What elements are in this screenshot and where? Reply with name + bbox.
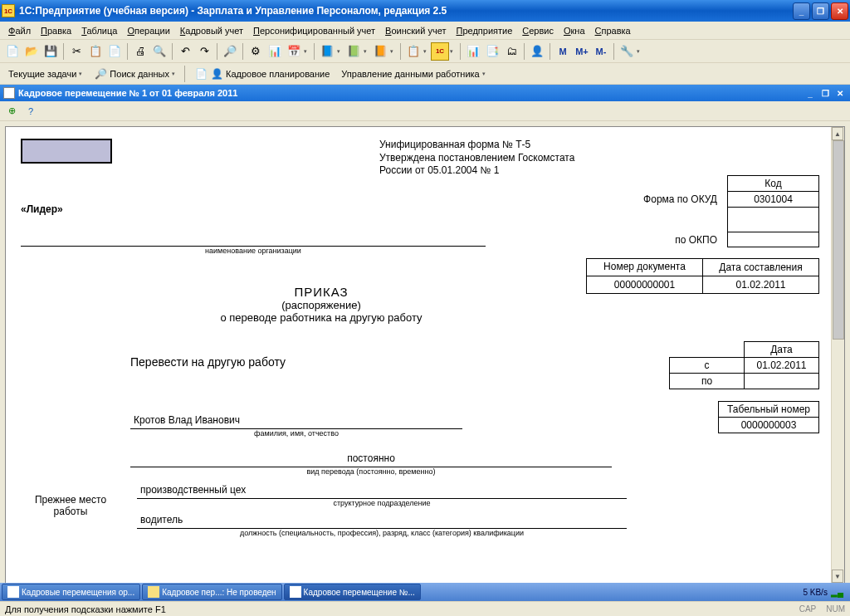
window-titlebar: 1C 1С:Предприятие (учебная версия) - Зар… — [0, 0, 850, 22]
tool10-button[interactable]: 📑 — [483, 42, 501, 61]
menu-service[interactable]: Сервис — [517, 24, 559, 37]
menu-help[interactable]: Справка — [590, 24, 636, 37]
search-data-button[interactable]: 🔎 Поиск данных ▾ — [89, 66, 180, 82]
tool2-button[interactable]: 📊 — [266, 42, 284, 61]
vertical-scrollbar[interactable]: ▲ ▼ — [831, 127, 844, 583]
preview-button[interactable]: 🔍 — [150, 42, 169, 61]
worker-data-label: Управление данными работника — [341, 69, 479, 79]
scroll-up-button[interactable]: ▲ — [832, 127, 843, 140]
save-button[interactable]: 💾 — [42, 42, 60, 61]
okud-value: 0301004 — [728, 192, 819, 208]
tool6-button[interactable]: 📙 — [371, 42, 389, 61]
document-icon — [290, 586, 301, 598]
document-area: Унифицированная форма № Т-5 Утверждена п… — [0, 121, 850, 589]
worker-data-button[interactable]: Управление данными работника ▾ — [336, 67, 490, 81]
current-tasks-button[interactable]: Текущие задачи ▾ — [3, 67, 87, 81]
secondary-toolbar: Текущие задачи ▾ 🔎 Поиск данных ▾ 📄 👤 Ка… — [0, 63, 850, 85]
separator — [460, 43, 461, 60]
menu-operations[interactable]: Операции — [122, 24, 174, 37]
date-header: Дата — [745, 342, 819, 358]
separator — [524, 43, 525, 60]
print-button[interactable]: 🖨 — [131, 42, 149, 61]
org-name: «Лидер» — [21, 203, 486, 215]
separator — [550, 43, 550, 60]
app-icon: 1C — [2, 4, 15, 17]
dropdown-icon[interactable]: ▾ — [450, 48, 457, 55]
separator — [63, 43, 64, 60]
mplus-button[interactable]: M+ — [573, 42, 591, 61]
paste-button[interactable]: 📄 — [105, 42, 124, 61]
hr-planning-button[interactable]: 📄 👤 Кадровое планирование — [189, 66, 335, 82]
mminus-button[interactable]: M- — [592, 42, 610, 61]
unit-value: производственный цех — [137, 484, 627, 499]
document-title: Кадровое перемещение № 1 от 01 февраля 2… — [18, 88, 802, 98]
doc-help-button[interactable]: ? — [22, 103, 39, 120]
cut-button[interactable]: ✂ — [67, 42, 85, 61]
dropdown-icon[interactable]: ▾ — [637, 48, 643, 55]
network-speed: 5 KB/s ▂▄ — [798, 588, 848, 597]
dropdown-icon[interactable]: ▾ — [304, 48, 310, 55]
separator — [172, 43, 173, 60]
about-label: о переводе работника на другую работу — [172, 311, 471, 324]
tool8-button[interactable]: 1C — [431, 42, 449, 61]
open-button[interactable]: 📂 — [22, 42, 41, 61]
document-toolbar: ⊕ ? — [0, 101, 850, 121]
position-sublabel: должность (специальность, профессия), ра… — [137, 529, 627, 537]
copy-button[interactable]: 📋 — [86, 42, 105, 61]
task-item-2[interactable]: Кадровое пер...: Не проведен — [142, 584, 281, 600]
form-info-line1: Унифицированная форма № Т-5 — [379, 139, 574, 152]
undo-button[interactable]: ↶ — [176, 42, 194, 61]
minimize-button[interactable]: _ — [793, 2, 810, 20]
menu-edit[interactable]: Правка — [36, 24, 76, 37]
tool3-button[interactable]: 📅 — [285, 42, 303, 61]
chevron-down-icon: ▾ — [172, 71, 175, 77]
menu-hr[interactable]: Кадровый учет — [175, 24, 248, 37]
maximize-button[interactable]: ❐ — [812, 2, 829, 20]
tool5-button[interactable]: 📗 — [344, 42, 363, 61]
scroll-down-button[interactable]: ▼ — [832, 570, 843, 583]
tool4-button[interactable]: 📘 — [318, 42, 336, 61]
tool1-button[interactable]: ⚙ — [247, 42, 265, 61]
user-button[interactable]: 👤 — [528, 42, 546, 61]
task-label-1: Кадровые перемещения ор... — [22, 588, 134, 597]
dropdown-icon[interactable]: ▾ — [423, 48, 430, 55]
dropdown-icon[interactable]: ▾ — [364, 48, 370, 55]
separator — [217, 43, 217, 60]
document-titlebar: Кадровое перемещение № 1 от 01 февраля 2… — [0, 85, 850, 101]
new-button[interactable]: 📄 — [3, 42, 22, 61]
planning-label: Кадровое планирование — [226, 69, 330, 79]
doc-action1-button[interactable]: ⊕ — [3, 103, 20, 120]
tool7-button[interactable]: 📋 — [404, 42, 423, 61]
menu-enterprise[interactable]: Предприятие — [451, 24, 517, 37]
tool9-button[interactable]: 📊 — [464, 42, 482, 61]
tools-button[interactable]: 🔧 — [618, 42, 636, 61]
tasks-label: Текущие задачи — [8, 69, 76, 79]
menu-table[interactable]: Таблица — [76, 24, 122, 37]
tool11-button[interactable]: 🗂 — [502, 42, 520, 61]
task-item-3[interactable]: Кадровое перемещение №... — [284, 584, 421, 600]
document-icon — [148, 586, 159, 598]
transfer-type-value: постоянно — [130, 452, 612, 467]
code-table: Код Форма по ОКУД0301004 по ОКПО — [637, 175, 819, 247]
find-button[interactable]: 🔎 — [221, 42, 239, 61]
redo-button[interactable]: ↷ — [195, 42, 213, 61]
user-icon: 👤 — [210, 67, 223, 81]
dropdown-icon[interactable]: ▾ — [390, 48, 397, 55]
doc-restore-button[interactable]: ❐ — [818, 87, 832, 99]
menu-military[interactable]: Воинский учет — [380, 24, 451, 37]
dropdown-icon[interactable]: ▾ — [337, 48, 344, 55]
menu-pers[interactable]: Персонифицированный учет — [248, 24, 380, 37]
close-button[interactable]: ✕ — [831, 2, 848, 20]
menu-windows[interactable]: Окна — [559, 24, 590, 37]
scroll-thumb[interactable] — [833, 140, 844, 340]
task-item-1[interactable]: Кадровые перемещения ор... — [2, 584, 140, 600]
menu-file[interactable]: Файл — [3, 24, 36, 37]
logo-placeholder — [21, 139, 112, 164]
m-button[interactable]: M — [554, 42, 572, 61]
window-title: 1С:Предприятие (учебная версия) - Зарпла… — [19, 5, 793, 17]
doc-minimize-button[interactable]: _ — [804, 87, 817, 99]
to-label: по — [670, 374, 745, 389]
document-icon — [7, 586, 19, 598]
doc-close-button[interactable]: ✕ — [833, 87, 847, 99]
tabnum-header: Табельный номер — [719, 402, 819, 418]
